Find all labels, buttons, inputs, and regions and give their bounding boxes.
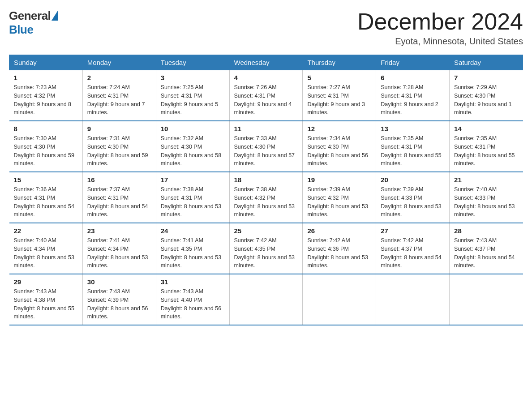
calendar-week-row: 1 Sunrise: 7:23 AMSunset: 4:32 PMDayligh… [9, 70, 523, 121]
day-info: Sunrise: 7:30 AMSunset: 4:30 PMDaylight:… [14, 135, 75, 167]
day-number: 14 [454, 125, 518, 133]
calendar-cell: 26 Sunrise: 7:42 AMSunset: 4:36 PMDaylig… [303, 223, 376, 274]
calendar-week-row: 15 Sunrise: 7:36 AMSunset: 4:31 PMDaylig… [9, 172, 523, 223]
day-number: 24 [161, 227, 225, 235]
calendar-subtitle: Eyota, Minnesota, United States [357, 36, 523, 47]
header-row: Sunday Monday Tuesday Wednesday Thursday… [9, 55, 523, 70]
header-thursday: Thursday [303, 55, 376, 70]
day-info: Sunrise: 7:40 AMSunset: 4:34 PMDaylight:… [14, 237, 75, 269]
calendar-cell [303, 274, 376, 325]
calendar-cell: 2 Sunrise: 7:24 AMSunset: 4:31 PMDayligh… [82, 70, 156, 121]
calendar-cell: 4 Sunrise: 7:26 AMSunset: 4:31 PMDayligh… [229, 70, 303, 121]
calendar-cell: 7 Sunrise: 7:29 AMSunset: 4:30 PMDayligh… [450, 70, 523, 121]
calendar-cell: 1 Sunrise: 7:23 AMSunset: 4:32 PMDayligh… [9, 70, 83, 121]
day-number: 11 [234, 125, 298, 133]
calendar-cell: 11 Sunrise: 7:33 AMSunset: 4:30 PMDaylig… [229, 121, 303, 172]
day-info: Sunrise: 7:40 AMSunset: 4:33 PMDaylight:… [454, 186, 515, 218]
day-number: 19 [307, 176, 371, 184]
title-area: December 2024 Eyota, Minnesota, United S… [357, 9, 523, 47]
day-info: Sunrise: 7:31 AMSunset: 4:30 PMDaylight:… [87, 135, 148, 167]
calendar-cell: 19 Sunrise: 7:39 AMSunset: 4:32 PMDaylig… [303, 172, 376, 223]
calendar-cell: 9 Sunrise: 7:31 AMSunset: 4:30 PMDayligh… [82, 121, 156, 172]
day-number: 17 [161, 176, 225, 184]
day-number: 5 [307, 74, 371, 81]
day-number: 28 [454, 227, 518, 235]
day-info: Sunrise: 7:43 AMSunset: 4:37 PMDaylight:… [454, 237, 515, 269]
calendar-cell: 10 Sunrise: 7:32 AMSunset: 4:30 PMDaylig… [156, 121, 229, 172]
calendar-cell: 15 Sunrise: 7:36 AMSunset: 4:31 PMDaylig… [9, 172, 83, 223]
calendar-cell: 22 Sunrise: 7:40 AMSunset: 4:34 PMDaylig… [9, 223, 83, 274]
day-info: Sunrise: 7:42 AMSunset: 4:35 PMDaylight:… [234, 237, 295, 269]
day-info: Sunrise: 7:24 AMSunset: 4:31 PMDaylight:… [87, 84, 145, 116]
logo: General Blue [9, 9, 58, 37]
calendar-week-row: 22 Sunrise: 7:40 AMSunset: 4:34 PMDaylig… [9, 223, 523, 274]
day-number: 29 [14, 278, 78, 286]
day-info: Sunrise: 7:43 AMSunset: 4:38 PMDaylight:… [14, 288, 75, 320]
calendar-cell: 18 Sunrise: 7:38 AMSunset: 4:32 PMDaylig… [229, 172, 303, 223]
calendar-cell: 31 Sunrise: 7:43 AMSunset: 4:40 PMDaylig… [156, 274, 229, 325]
calendar-cell [229, 274, 303, 325]
day-number: 20 [381, 176, 445, 184]
calendar-week-row: 8 Sunrise: 7:30 AMSunset: 4:30 PMDayligh… [9, 121, 523, 172]
day-number: 3 [161, 74, 225, 81]
calendar-cell: 30 Sunrise: 7:43 AMSunset: 4:39 PMDaylig… [82, 274, 156, 325]
calendar-cell: 21 Sunrise: 7:40 AMSunset: 4:33 PMDaylig… [450, 172, 523, 223]
calendar-cell: 12 Sunrise: 7:34 AMSunset: 4:30 PMDaylig… [303, 121, 376, 172]
day-number: 25 [234, 227, 298, 235]
day-number: 7 [454, 74, 518, 81]
day-info: Sunrise: 7:23 AMSunset: 4:32 PMDaylight:… [14, 84, 72, 116]
day-number: 1 [14, 74, 78, 81]
calendar-cell: 13 Sunrise: 7:35 AMSunset: 4:31 PMDaylig… [376, 121, 450, 172]
day-info: Sunrise: 7:38 AMSunset: 4:32 PMDaylight:… [234, 186, 295, 218]
logo-blue: Blue [9, 23, 33, 37]
calendar-cell: 28 Sunrise: 7:43 AMSunset: 4:37 PMDaylig… [450, 223, 523, 274]
day-number: 9 [87, 125, 151, 133]
day-number: 16 [87, 176, 151, 184]
calendar-cell: 14 Sunrise: 7:35 AMSunset: 4:31 PMDaylig… [450, 121, 523, 172]
day-info: Sunrise: 7:29 AMSunset: 4:30 PMDaylight:… [454, 84, 512, 116]
calendar-table: Sunday Monday Tuesday Wednesday Thursday… [9, 55, 523, 325]
calendar-cell: 27 Sunrise: 7:42 AMSunset: 4:37 PMDaylig… [376, 223, 450, 274]
header-friday: Friday [376, 55, 450, 70]
calendar-cell: 5 Sunrise: 7:27 AMSunset: 4:31 PMDayligh… [303, 70, 376, 121]
day-info: Sunrise: 7:33 AMSunset: 4:30 PMDaylight:… [234, 135, 295, 167]
day-info: Sunrise: 7:39 AMSunset: 4:33 PMDaylight:… [381, 186, 442, 218]
day-number: 27 [381, 227, 445, 235]
page-header: General Blue December 2024 Eyota, Minnes… [9, 9, 523, 47]
header-saturday: Saturday [450, 55, 523, 70]
calendar-cell: 20 Sunrise: 7:39 AMSunset: 4:33 PMDaylig… [376, 172, 450, 223]
day-info: Sunrise: 7:43 AMSunset: 4:39 PMDaylight:… [87, 288, 148, 320]
day-info: Sunrise: 7:35 AMSunset: 4:31 PMDaylight:… [381, 135, 442, 167]
day-number: 2 [87, 74, 151, 81]
calendar-cell: 29 Sunrise: 7:43 AMSunset: 4:38 PMDaylig… [9, 274, 83, 325]
day-number: 13 [381, 125, 445, 133]
day-info: Sunrise: 7:38 AMSunset: 4:31 PMDaylight:… [161, 186, 222, 218]
day-number: 23 [87, 227, 151, 235]
day-info: Sunrise: 7:42 AMSunset: 4:37 PMDaylight:… [381, 237, 442, 269]
day-number: 10 [161, 125, 225, 133]
day-info: Sunrise: 7:37 AMSunset: 4:31 PMDaylight:… [87, 186, 148, 218]
day-info: Sunrise: 7:27 AMSunset: 4:31 PMDaylight:… [307, 84, 365, 116]
day-info: Sunrise: 7:41 AMSunset: 4:35 PMDaylight:… [161, 237, 222, 269]
day-number: 21 [454, 176, 518, 184]
header-monday: Monday [82, 55, 156, 70]
calendar-cell: 17 Sunrise: 7:38 AMSunset: 4:31 PMDaylig… [156, 172, 229, 223]
header-wednesday: Wednesday [229, 55, 303, 70]
logo-general: General [9, 9, 51, 23]
day-info: Sunrise: 7:28 AMSunset: 4:31 PMDaylight:… [381, 84, 438, 116]
header-sunday: Sunday [9, 55, 83, 70]
day-number: 12 [307, 125, 371, 133]
day-number: 31 [161, 278, 225, 286]
calendar-cell [450, 274, 523, 325]
day-info: Sunrise: 7:34 AMSunset: 4:30 PMDaylight:… [307, 135, 368, 167]
day-info: Sunrise: 7:32 AMSunset: 4:30 PMDaylight:… [161, 135, 222, 167]
calendar-cell: 16 Sunrise: 7:37 AMSunset: 4:31 PMDaylig… [82, 172, 156, 223]
day-number: 8 [14, 125, 78, 133]
day-number: 30 [87, 278, 151, 286]
calendar-cell: 24 Sunrise: 7:41 AMSunset: 4:35 PMDaylig… [156, 223, 229, 274]
day-info: Sunrise: 7:43 AMSunset: 4:40 PMDaylight:… [161, 288, 222, 320]
calendar-cell: 25 Sunrise: 7:42 AMSunset: 4:35 PMDaylig… [229, 223, 303, 274]
calendar-cell: 8 Sunrise: 7:30 AMSunset: 4:30 PMDayligh… [9, 121, 83, 172]
day-number: 22 [14, 227, 78, 235]
calendar-title: December 2024 [357, 9, 523, 34]
